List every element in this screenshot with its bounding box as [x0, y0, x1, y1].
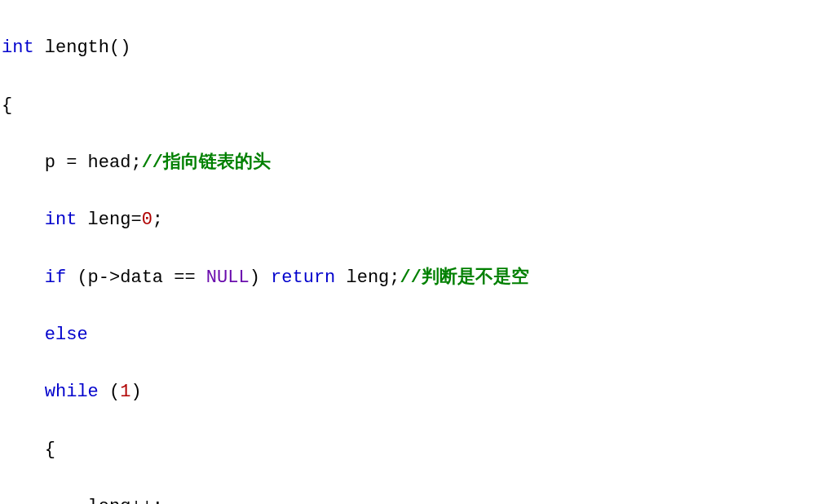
code-text: ;	[152, 210, 163, 230]
code-text: )	[130, 382, 141, 402]
code-text: leng=	[77, 210, 141, 230]
indent	[2, 267, 45, 288]
null-literal: NULL	[206, 267, 250, 288]
code-line: else	[2, 321, 824, 349]
brace-open: {	[2, 95, 12, 116]
comment: //指向链表的头	[142, 153, 271, 173]
keyword-while: while	[45, 382, 99, 402]
indent	[2, 210, 45, 230]
keyword-return: return	[271, 267, 335, 288]
number-literal: 0	[142, 210, 152, 230]
function-name: length()	[34, 38, 131, 58]
code-text: leng++;	[2, 497, 163, 504]
code-text: p = head;	[2, 153, 142, 173]
code-line: {	[2, 91, 824, 120]
keyword-int: int	[45, 210, 77, 230]
keyword-int: int	[2, 38, 34, 58]
indent	[2, 325, 45, 345]
code-line: while (1)	[2, 378, 824, 406]
keyword-else: else	[45, 325, 88, 345]
code-text: (	[99, 382, 120, 402]
code-line: {	[2, 435, 824, 464]
code-text: leng;	[335, 267, 400, 288]
code-line: int leng=0;	[2, 206, 824, 234]
code-line: int length()	[2, 33, 824, 62]
keyword-if: if	[45, 267, 66, 288]
code-block: int length() { p = head;//指向链表的头 int len…	[2, 5, 824, 504]
brace-open: {	[2, 440, 55, 460]
code-line: leng++;	[2, 493, 824, 504]
code-text: (p->data ==	[66, 267, 206, 288]
comment: //判断是不是空	[400, 267, 529, 288]
number-literal: 1	[120, 382, 130, 402]
indent	[2, 382, 45, 402]
code-line: p = head;//指向链表的头	[2, 148, 824, 177]
code-line: if (p->data == NULL) return leng;//判断是不是…	[2, 263, 824, 292]
code-text: )	[250, 267, 271, 288]
